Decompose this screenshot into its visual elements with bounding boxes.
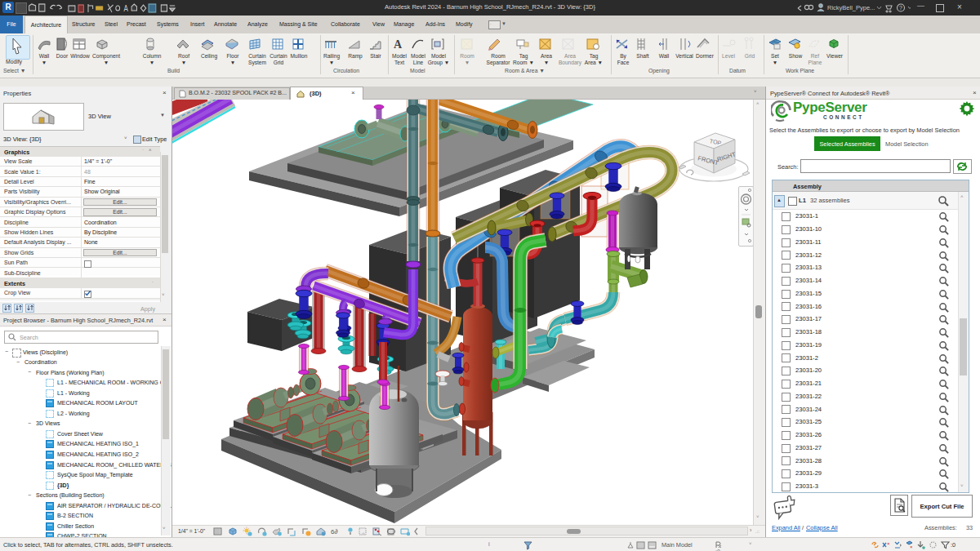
svg-text:?: ? bbox=[899, 5, 902, 11]
svg-text:×: × bbox=[910, 544, 913, 549]
svg-text:6∂: 6∂ bbox=[331, 528, 337, 535]
svg-text:A: A bbox=[394, 38, 403, 51]
svg-text:×: × bbox=[887, 541, 890, 546]
svg-text:RickyBell_Pype...: RickyBell_Pype... bbox=[827, 4, 875, 11]
